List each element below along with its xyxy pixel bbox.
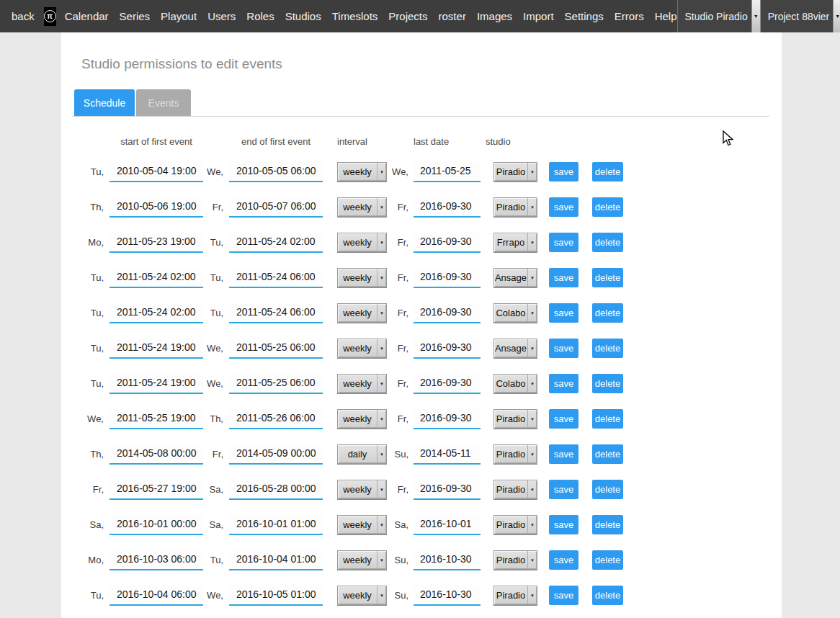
delete-button[interactable]: delete [592,339,623,358]
start-datetime-input[interactable] [110,444,203,465]
end-datetime-input[interactable] [229,339,323,359]
interval-select[interactable]: weekly ▼ [337,162,387,182]
interval-select[interactable]: weekly ▼ [337,550,387,570]
start-datetime-input[interactable] [110,550,203,570]
end-datetime-input[interactable] [229,409,323,429]
studio-dropdown-button[interactable]: ▼ [751,0,761,32]
studio-select[interactable]: Piradio ▼ [493,409,537,429]
delete-button[interactable]: delete [592,268,623,287]
tab-events[interactable]: Events [136,89,191,116]
last-date-input[interactable] [414,586,481,606]
back-link[interactable]: back [12,10,35,22]
interval-select[interactable]: weekly ▼ [337,374,387,393]
delete-button[interactable]: delete [592,409,623,429]
nav-item-images[interactable]: Images [477,10,512,22]
save-button[interactable]: save [549,339,578,358]
studio-dropdown-label[interactable]: Studio Piradio [685,11,748,22]
delete-button[interactable]: delete [592,480,623,499]
project-dropdown-label[interactable]: Project 88vier [768,11,830,22]
last-date-input[interactable] [414,303,481,323]
nav-item-timeslots[interactable]: Timeslots [332,10,378,22]
studio-select[interactable]: Piradio ▼ [493,444,537,464]
last-date-input[interactable] [414,550,481,570]
nav-item-help[interactable]: Help [655,10,677,22]
save-button[interactable]: save [549,197,578,217]
interval-select[interactable]: weekly ▼ [337,303,387,323]
studio-select[interactable]: Colabo ▼ [493,303,537,323]
save-button[interactable]: save [549,374,578,393]
end-datetime-input[interactable] [229,586,323,606]
end-datetime-input[interactable] [229,268,323,288]
nav-item-playout[interactable]: Playout [161,10,197,22]
start-datetime-input[interactable] [110,480,203,500]
nav-item-series[interactable]: Series [120,10,151,22]
save-button[interactable]: save [549,162,578,182]
interval-select[interactable]: weekly ▼ [337,409,387,429]
nav-item-users[interactable]: Users [207,10,236,22]
last-date-input[interactable] [414,268,481,288]
save-button[interactable]: save [549,268,578,287]
interval-select[interactable]: weekly ▼ [337,233,387,252]
delete-button[interactable]: delete [592,303,623,323]
nav-item-settings[interactable]: Settings [565,10,604,22]
end-datetime-input[interactable] [229,303,323,323]
interval-select[interactable]: weekly ▼ [337,515,387,534]
start-datetime-input[interactable] [110,515,203,535]
save-button[interactable]: save [549,409,578,429]
studio-select[interactable]: Ansage ▼ [493,339,537,358]
save-button[interactable]: save [549,303,578,323]
studio-select[interactable]: Frrapo ▼ [493,233,537,252]
delete-button[interactable]: delete [592,515,623,534]
last-date-input[interactable] [414,339,481,359]
start-datetime-input[interactable] [110,339,203,359]
studio-select[interactable]: Ansage ▼ [493,268,537,287]
studio-select[interactable]: Piradio ▼ [493,480,537,499]
nav-item-projects[interactable]: Projects [388,10,427,22]
start-datetime-input[interactable] [110,303,203,323]
studio-select[interactable]: Piradio ▼ [493,197,537,217]
interval-select[interactable]: weekly ▼ [337,480,387,499]
studio-select[interactable]: Piradio ▼ [493,586,537,605]
start-datetime-input[interactable] [110,409,203,429]
last-date-input[interactable] [414,233,481,253]
interval-select[interactable]: weekly ▼ [337,339,387,358]
last-date-input[interactable] [414,480,481,500]
end-datetime-input[interactable] [229,233,323,253]
last-date-input[interactable] [414,444,481,465]
save-button[interactable]: save [549,480,578,499]
delete-button[interactable]: delete [592,374,623,393]
end-datetime-input[interactable] [229,515,323,535]
start-datetime-input[interactable] [110,162,203,182]
end-datetime-input[interactable] [229,444,323,465]
piradio-logo-icon[interactable]: π [44,7,56,26]
nav-item-roles[interactable]: Roles [246,10,274,22]
project-dropdown-button[interactable]: ▼ [833,0,840,32]
end-datetime-input[interactable] [229,480,323,500]
start-datetime-input[interactable] [110,233,203,253]
interval-select[interactable]: weekly ▼ [337,268,387,287]
nav-item-roster[interactable]: roster [439,10,466,22]
studio-select[interactable]: Piradio ▼ [493,550,537,570]
delete-button[interactable]: delete [592,162,623,182]
end-datetime-input[interactable] [229,550,323,570]
tab-schedule[interactable]: Schedule [74,89,135,116]
last-date-input[interactable] [414,197,481,218]
end-datetime-input[interactable] [229,197,323,218]
last-date-input[interactable] [414,409,481,429]
start-datetime-input[interactable] [110,197,203,218]
delete-button[interactable]: delete [592,197,623,217]
delete-button[interactable]: delete [592,233,623,252]
delete-button[interactable]: delete [592,444,623,464]
interval-select[interactable]: weekly ▼ [337,197,387,217]
nav-item-studios[interactable]: Studios [285,10,321,22]
start-datetime-input[interactable] [110,586,203,606]
studio-select[interactable]: Colabo ▼ [493,374,537,393]
interval-select[interactable]: daily ▼ [337,444,387,464]
studio-select[interactable]: Piradio ▼ [493,515,537,534]
end-datetime-input[interactable] [229,374,323,394]
last-date-input[interactable] [414,374,481,394]
nav-item-calendar[interactable]: Calendar [65,10,109,22]
end-datetime-input[interactable] [229,162,323,182]
save-button[interactable]: save [549,515,578,534]
delete-button[interactable]: delete [592,550,623,570]
